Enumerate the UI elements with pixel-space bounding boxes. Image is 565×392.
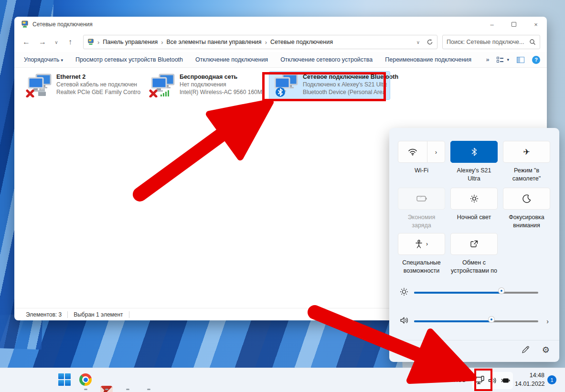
breadcrumb-chevron-icon: › [161,39,163,46]
language-indicator[interactable]: RUS [454,377,466,383]
share-icon [470,240,479,248]
airplane-icon: ✈ [523,148,530,156]
breadcrumb[interactable]: › Панель управления › Все элементы панел… [83,35,437,49]
wifi-icon [408,148,417,156]
window-title: Сетевые подключения [32,21,93,28]
search-input[interactable] [447,39,529,45]
rename-connection-button[interactable]: Переименование подключения [385,56,471,63]
help-icon[interactable]: ? [532,56,540,64]
brightness-icon [400,287,408,296]
breadcrumb-item-network-connections[interactable]: Сетевые подключения [270,39,333,45]
connection-name: Беспроводная сеть [180,74,264,80]
connection-device: Realtek PCIe GbE Family Controller [56,89,140,95]
location-icon [87,39,94,45]
bluetooth-toggle[interactable] [450,141,498,163]
view-mode-icon [497,57,503,63]
moon-icon [522,194,531,203]
nearby-sharing-toggle[interactable] [450,233,498,255]
ethernet-plug-icon [38,88,46,96]
up-button[interactable]: ↑ [63,35,77,49]
breadcrumb-item-control-panel[interactable]: Панель управления [103,39,158,45]
chevron-down-icon: ▾ [61,58,63,63]
volume-thumb[interactable] [489,317,494,322]
accessibility-label: Специальные возможности [398,259,445,275]
quick-settings-panel: › Wi-Fi Alexey's S21 Ultra ✈ Режим "в са… [389,128,559,362]
battery-saver-label: Экономия заряда [398,213,445,230]
tray-time: 14:48 [515,371,544,380]
titlebar[interactable]: Сетевые подключения – × [14,17,547,32]
forward-button[interactable]: → [35,35,50,49]
notification-badge[interactable]: 1 [547,375,556,384]
chevron-down-icon: ▾ [507,57,509,62]
breadcrumb-chevron-icon: › [265,39,267,46]
bluetooth-item-highlight-box [262,72,386,101]
connection-name: Ethernet 2 [56,74,140,80]
clock[interactable]: 14:48 14.01.2022 [515,371,544,388]
volume-fill [414,320,493,322]
close-button[interactable]: × [525,17,547,32]
disable-connection-button[interactable]: Отключение подключения [195,56,268,63]
organize-button[interactable]: Упорядочить▾ [24,56,63,63]
connection-item-wireless[interactable]: Беспроводная сеть Нет подключения Intel(… [146,72,267,99]
search-box[interactable] [442,35,540,49]
running-indicator [105,389,108,390]
volume-icon [400,317,409,324]
selection-count: Выбран 1 элемент [68,311,128,318]
battery-saver-icon [416,195,427,202]
minimize-button[interactable]: – [481,17,503,32]
disable-network-device-button[interactable]: Отключение сетевого устройства [280,56,373,63]
night-light-label: Ночной свет [457,213,491,222]
chrome-icon[interactable] [79,373,92,386]
accessibility-chevron: › [426,241,428,247]
volume-slider[interactable] [414,320,538,322]
brightness-thumb[interactable] [499,288,504,294]
preview-pane-icon[interactable] [517,57,524,63]
tray-icon-highlight-box [474,369,492,391]
window-icon [21,21,29,28]
search-icon[interactable] [529,39,536,45]
night-light-icon [470,194,479,203]
windows-logo-icon [58,373,71,386]
running-indicator [147,389,150,390]
airplane-mode-label: Режим "в самолете" [503,167,550,183]
ethernet-connection-icon [26,74,53,97]
volume-expand-chevron[interactable]: › [538,318,549,325]
airplane-mode-toggle[interactable]: ✈ [503,141,550,163]
wifi-toggle[interactable]: › [398,141,445,163]
view-mode-button[interactable]: ▾ [497,57,509,63]
brightness-slider-row [400,288,549,297]
battery-saver-toggle [398,188,445,210]
settings-gear-icon[interactable]: ⚙ [542,346,550,354]
refresh-icon[interactable] [426,39,433,45]
connection-item-ethernet[interactable]: Ethernet 2 Сетевой кабель не подключен R… [23,72,143,99]
address-dropdown-chevron[interactable]: ∨ [416,40,420,45]
wireless-connection-icon [149,74,176,97]
brightness-fill [414,292,503,294]
wifi-expand-chevron[interactable]: › [427,141,445,162]
maximize-icon [512,22,516,27]
tray-date: 14.01.2022 [515,380,544,388]
breadcrumb-chevron-icon: › [97,39,99,46]
items-count: Элементов: 3 [20,311,67,318]
bluetooth-label: Alexey's S21 Ultra [450,167,498,183]
start-button[interactable] [58,373,71,386]
back-button[interactable]: ← [19,35,33,49]
focus-assist-toggle[interactable] [503,188,550,210]
accessibility-icon [415,240,423,248]
wifi-label: Wi-Fi [415,167,428,175]
battery-tray-icon[interactable] [500,377,511,384]
night-light-toggle[interactable] [450,188,498,210]
connection-status: Сетевой кабель не подключен [56,81,140,88]
divider [389,340,559,340]
view-bluetooth-devices-button[interactable]: Просмотр сетевых устройств Bluetooth [75,56,183,63]
navigation-bar: ← → ∨ ↑ › Панель управления › Все элемен… [14,32,547,52]
toolbar-overflow-chevron[interactable]: » [486,56,490,63]
maximize-button[interactable] [503,17,525,32]
running-indicator [84,389,87,390]
brightness-slider[interactable] [414,292,538,294]
accessibility-button[interactable]: › [398,233,445,255]
edit-quick-settings-icon[interactable] [521,346,530,354]
recent-locations-chevron[interactable]: ∨ [52,35,61,49]
command-bar: Упорядочить▾ Просмотр сетевых устройств … [14,52,547,68]
breadcrumb-item-all-items[interactable]: Все элементы панели управления [167,39,262,45]
